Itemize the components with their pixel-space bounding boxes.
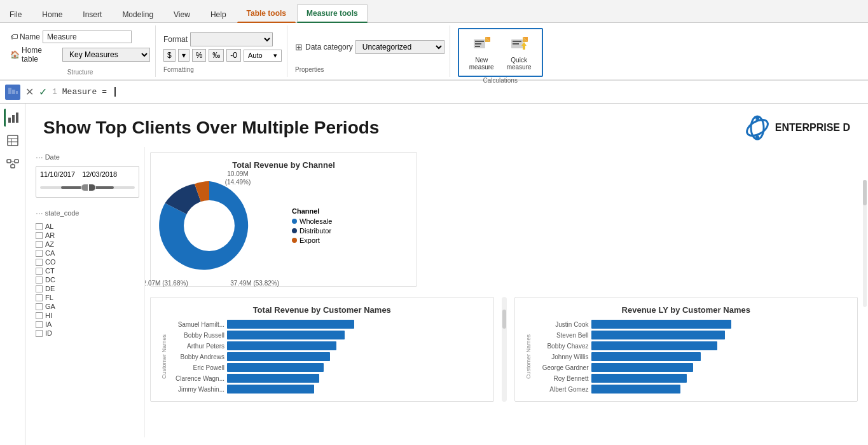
legend-label-export: Export xyxy=(300,236,320,244)
decrease-decimal-button[interactable]: -0 xyxy=(226,49,241,62)
format-row2: $ ▾ % ‰ -0 Auto ▾ xyxy=(163,49,282,62)
formula-bar: ✕ ✓ 1 Measure = xyxy=(0,81,868,104)
state-item-hi[interactable]: HI xyxy=(36,311,139,320)
home-table-select[interactable]: Key Measures xyxy=(62,48,150,62)
auto-select[interactable]: Auto ▾ xyxy=(244,50,282,62)
checkbox-ia[interactable] xyxy=(36,321,43,328)
calculations-label: Calculations xyxy=(458,77,543,85)
svg-rect-2 xyxy=(475,43,481,44)
bar-fill-4 xyxy=(227,363,324,372)
checkbox-al[interactable] xyxy=(36,223,43,230)
tab-file[interactable]: File xyxy=(0,6,31,23)
measure-buttons-group: Newmeasure Quickmeasure xyxy=(458,28,543,77)
home-table-row: 🏠 Home table Key Measures xyxy=(10,46,150,64)
comma-button[interactable]: ‰ xyxy=(209,49,224,62)
bar-row-2: Arthur Peters xyxy=(167,341,486,350)
report-header: Show Top Clients Over Multiple Periods E… xyxy=(31,109,863,147)
state-item-fl[interactable]: FL xyxy=(36,293,139,302)
bar-row-1: Bobby Russell xyxy=(167,331,486,339)
svg-rect-15 xyxy=(16,91,18,94)
report-page: Show Top Clients Over Multiple Periods E… xyxy=(25,104,868,445)
bar-right-fill-0 xyxy=(591,320,731,329)
state-item-ct[interactable]: CT xyxy=(36,266,139,275)
bar-chart-left-body: Customer Names Samuel Hamilt... Bobby Ru… xyxy=(158,320,486,394)
charts-row-1: Total Revenue by Channel 10.09M (14.49%) xyxy=(150,152,858,287)
state-item-ga[interactable]: GA xyxy=(36,302,139,311)
bar-fill-0 xyxy=(227,320,354,329)
checkbox-az[interactable] xyxy=(36,241,43,248)
date-filter-widget[interactable]: 11/10/2017 12/03/2018 xyxy=(36,166,139,198)
currency-button[interactable]: $ xyxy=(163,49,176,62)
quick-measure-button[interactable]: Quickmeasure xyxy=(502,32,537,73)
state-item-al[interactable]: AL xyxy=(36,222,139,231)
tab-home[interactable]: Home xyxy=(32,6,72,23)
checkbox-ca[interactable] xyxy=(36,250,43,257)
tab-table-tools[interactable]: Table tools xyxy=(237,4,296,23)
format-expand-button[interactable]: ▾ xyxy=(178,49,189,62)
svg-rect-23 xyxy=(7,160,11,163)
data-category-select[interactable]: Uncategorized xyxy=(355,40,444,54)
bar-right-row-6: Albert Gomez xyxy=(532,385,850,394)
donut-label-bottom-right: 37.49M (53.82%) xyxy=(230,279,279,287)
slider-handle-right[interactable] xyxy=(88,184,96,191)
calculations-group: Newmeasure Quickmeasure xyxy=(453,25,548,77)
tab-insert[interactable]: Insert xyxy=(73,6,111,23)
bar-fill-2 xyxy=(227,341,336,350)
checkbox-co[interactable] xyxy=(36,259,43,266)
bar-right-row-5: Roy Bennett xyxy=(532,374,850,383)
name-label: 🏷 Name xyxy=(10,32,40,41)
formula-text[interactable]: 1 Measure = xyxy=(52,87,863,97)
bar-right-y-label: Customer Names xyxy=(523,334,532,379)
sidebar-item-bar-chart[interactable] xyxy=(4,109,22,127)
checkbox-ga[interactable] xyxy=(36,303,43,310)
bar-right-fill-5 xyxy=(591,374,687,383)
state-item-id[interactable]: ID xyxy=(36,329,139,338)
formula-cancel-button[interactable]: ✕ xyxy=(25,86,34,98)
svg-point-32 xyxy=(184,200,235,251)
main-area: Show Top Clients Over Multiple Periods E… xyxy=(0,104,868,445)
svg-rect-25 xyxy=(11,165,15,168)
checkbox-de[interactable] xyxy=(36,285,43,292)
new-measure-button[interactable]: Newmeasure xyxy=(464,32,499,73)
state-item-ar[interactable]: AR xyxy=(36,231,139,240)
report-body: Date 11/10/2017 12/03/2018 xyxy=(31,147,863,437)
svg-point-30 xyxy=(755,116,759,120)
name-icon: 🏷 xyxy=(10,32,18,41)
state-item-ia[interactable]: IA xyxy=(36,320,139,329)
percent-button[interactable]: % xyxy=(192,49,207,62)
formula-confirm-button[interactable]: ✓ xyxy=(39,86,47,98)
checkbox-dc[interactable] xyxy=(36,277,43,284)
state-filter-title: state_code xyxy=(36,208,139,218)
checkbox-ct[interactable] xyxy=(36,268,43,275)
state-list: AL AR AZ CA CO CT DC DE FL GA HI IA xyxy=(36,222,139,338)
slider-handle-left[interactable] xyxy=(81,184,88,191)
checkbox-fl[interactable] xyxy=(36,294,43,301)
state-item-ca[interactable]: CA xyxy=(36,249,139,257)
middle-scrollbar-thumb[interactable] xyxy=(502,310,506,329)
checkbox-id[interactable] xyxy=(36,330,43,337)
checkbox-ar[interactable] xyxy=(36,232,43,239)
state-item-co[interactable]: CO xyxy=(36,257,139,266)
state-item-dc[interactable]: DC xyxy=(36,275,139,284)
bar-fill-5 xyxy=(227,374,319,383)
state-item-az[interactable]: AZ xyxy=(36,240,139,249)
tab-measure-tools[interactable]: Measure tools xyxy=(297,4,368,23)
tab-modeling[interactable]: Modeling xyxy=(113,6,163,23)
formatting-label: Formatting xyxy=(163,66,282,74)
sidebar-item-model[interactable] xyxy=(4,154,22,172)
name-input[interactable] xyxy=(43,31,132,43)
bar-chart-left-title: Total Revenue by Customer Names xyxy=(158,305,486,315)
date-slider[interactable] xyxy=(40,182,135,193)
format-select[interactable] xyxy=(190,32,273,46)
state-item-de[interactable]: DE xyxy=(36,284,139,293)
donut-chart-title: Total Revenue by Channel xyxy=(158,160,409,170)
sidebar-item-table[interactable] xyxy=(4,132,22,149)
legend-label-wholesale: Wholesale xyxy=(300,217,332,225)
donut-chart-container: Total Revenue by Channel 10.09M (14.49%) xyxy=(150,152,417,287)
svg-rect-17 xyxy=(12,115,15,123)
checkbox-hi[interactable] xyxy=(36,312,43,319)
ribbon-tab-bar: File Home Insert Modeling View Help Tabl… xyxy=(0,0,868,23)
tab-view[interactable]: View xyxy=(164,6,200,23)
tab-help[interactable]: Help xyxy=(201,6,236,23)
left-sidebar xyxy=(0,104,25,445)
